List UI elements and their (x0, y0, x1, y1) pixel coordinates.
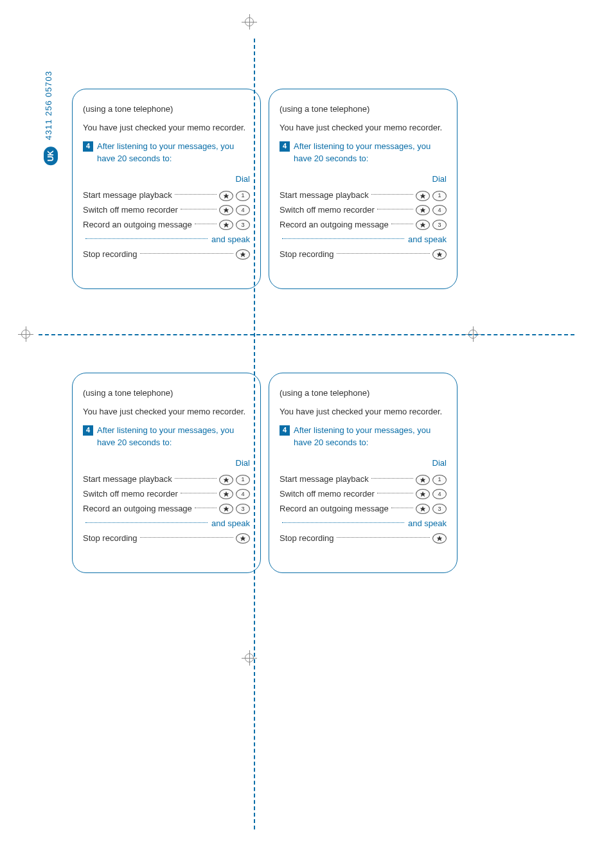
dotted-leader (337, 253, 430, 254)
dotted-leader (391, 508, 413, 508)
cmd-record-ogm: Record an outgoing message3 (83, 503, 250, 515)
and-speak-line: and speak (83, 518, 250, 530)
registration-mark-left (18, 326, 33, 342)
svg-marker-11 (240, 536, 245, 541)
star-key-icon (416, 475, 430, 485)
svg-marker-7 (437, 252, 442, 257)
key-sequence: 3 (219, 220, 250, 230)
step-line: 4After listening to your messages, you h… (280, 425, 447, 449)
dotted-leader (377, 493, 413, 493)
step-text: After listening to your messages, you ha… (294, 141, 447, 165)
digit-3-key-icon: 3 (236, 504, 250, 514)
svg-marker-5 (420, 208, 425, 213)
checked-text: You have just checked your memo recorder… (83, 406, 250, 418)
svg-marker-0 (224, 193, 229, 198)
cmd-label: Switch off memo recorder (83, 488, 178, 500)
svg-marker-6 (420, 222, 425, 227)
star-key-icon (432, 533, 447, 544)
dotted-leader (175, 194, 217, 195)
key-sequence (432, 533, 447, 544)
cmd-label: Switch off memo recorder (280, 488, 375, 500)
card-subtitle: (using a tone telephone) (280, 103, 447, 116)
cmd-label: Record an outgoing message (280, 219, 389, 231)
digit-1-key-icon: 1 (236, 475, 250, 485)
digit-4-key-icon: 4 (432, 205, 447, 215)
star-key-icon (219, 220, 233, 230)
star-key-icon (416, 205, 430, 215)
dotted-leader (195, 508, 217, 508)
digit-4-key-icon: 4 (432, 489, 447, 499)
svg-marker-4 (420, 193, 425, 198)
cmd-label: Stop recording (83, 249, 138, 261)
step-text: After listening to your messages, you ha… (294, 425, 447, 449)
star-key-icon (416, 191, 430, 201)
step-number-badge: 4 (280, 141, 290, 152)
star-key-icon (219, 504, 233, 514)
star-key-icon (219, 475, 233, 485)
cmd-label: Start message playback (280, 474, 369, 486)
and-speak-text: and speak (407, 518, 447, 530)
step-text: After listening to your messages, you ha… (97, 425, 250, 449)
digit-1-key-icon: 1 (236, 191, 250, 201)
step-line: 4After listening to your messages, you h… (83, 425, 250, 449)
svg-marker-10 (224, 506, 229, 511)
dial-label: Dial (280, 457, 447, 470)
registration-mark-top (242, 14, 257, 30)
cmd-playback: Start message playback1 (83, 190, 250, 202)
checked-text: You have just checked your memo recorder… (83, 122, 250, 134)
cmd-label: Start message playback (83, 474, 172, 486)
svg-marker-8 (224, 477, 229, 482)
cmd-label: Switch off memo recorder (83, 204, 178, 217)
cmd-switch-off: Switch off memo recorder4 (83, 488, 250, 500)
star-key-icon (219, 205, 233, 215)
cmd-switch-off: Switch off memo recorder4 (280, 204, 447, 217)
and-speak-text: and speak (407, 234, 447, 246)
instruction-card: (using a tone telephone)You have just ch… (72, 373, 261, 573)
digit-1-key-icon: 1 (432, 191, 447, 201)
svg-marker-13 (420, 492, 425, 497)
key-sequence (236, 533, 250, 544)
cmd-label: Record an outgoing message (280, 503, 389, 515)
card-subtitle: (using a tone telephone) (280, 387, 447, 400)
key-sequence: 4 (219, 489, 250, 499)
cmd-label: Start message playback (280, 190, 369, 202)
key-sequence: 1 (219, 475, 250, 485)
digit-3-key-icon: 3 (432, 220, 447, 230)
instruction-card: (using a tone telephone)You have just ch… (269, 373, 458, 573)
dotted-leader (181, 209, 217, 209)
card-subtitle: (using a tone telephone) (83, 387, 250, 400)
key-sequence (432, 249, 447, 260)
key-sequence: 3 (416, 504, 447, 514)
and-speak-line: and speak (280, 234, 447, 246)
fold-line-horizontal (39, 334, 574, 335)
cmd-label: Record an outgoing message (83, 503, 192, 515)
dotted-leader (391, 224, 413, 224)
dotted-leader (337, 537, 430, 538)
dotted-leader (282, 238, 404, 239)
instruction-card: (using a tone telephone)You have just ch… (72, 89, 261, 289)
cmd-playback: Start message playback1 (83, 474, 250, 486)
key-sequence: 1 (416, 475, 447, 485)
key-sequence: 4 (219, 205, 250, 215)
dial-label: Dial (83, 457, 250, 470)
star-key-icon (236, 533, 250, 544)
cmd-switch-off: Switch off memo recorder4 (280, 488, 447, 500)
dotted-leader (85, 522, 208, 523)
cmd-label: Record an outgoing message (83, 219, 192, 231)
cmd-stop-recording: Stop recording (280, 533, 447, 545)
cmd-switch-off: Switch off memo recorder4 (83, 204, 250, 217)
cmd-playback: Start message playback1 (280, 190, 447, 202)
side-tab: 4311 256 05703 UK (44, 69, 63, 168)
and-speak-text: and speak (210, 518, 250, 530)
country-badge: UK (44, 146, 58, 165)
dotted-leader (371, 478, 413, 479)
star-key-icon (236, 249, 250, 260)
svg-marker-14 (420, 506, 425, 511)
key-sequence: 3 (219, 504, 250, 514)
and-speak-line: and speak (83, 234, 250, 246)
key-sequence: 4 (416, 489, 447, 499)
svg-marker-12 (420, 477, 425, 482)
cmd-label: Start message playback (83, 190, 172, 202)
cmd-label: Stop recording (280, 533, 334, 545)
cmd-stop-recording: Stop recording (83, 249, 250, 261)
